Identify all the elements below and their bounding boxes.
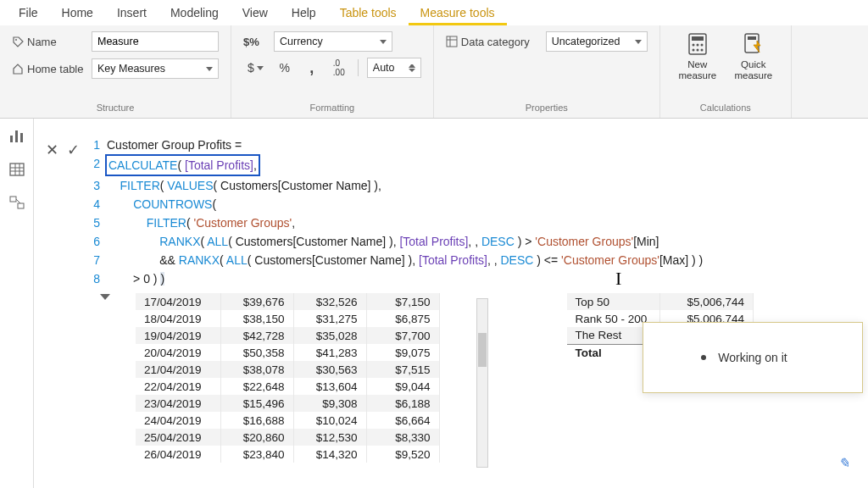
watermark-icon: ✎	[838, 455, 849, 471]
cell-date: 26/04/2019	[136, 446, 220, 463]
cell-value: $7,700	[366, 327, 439, 344]
table-row[interactable]: 21/04/2019$38,078$30,563$7,515	[136, 361, 439, 378]
cell-date: 20/04/2019	[136, 344, 220, 361]
data-category-value: Uncategorized	[552, 36, 620, 47]
new-measure-label: New measure	[678, 59, 716, 81]
table-row[interactable]: 17/04/2019$39,676$32,526$7,150	[136, 293, 439, 310]
scrollbar[interactable]	[476, 298, 488, 468]
cell-value: $5,006,744	[660, 293, 754, 310]
chevron-down-icon	[257, 66, 264, 70]
svg-point-9	[692, 49, 694, 52]
table-row[interactable]: 23/04/2019$15,496$9,308$6,188	[136, 395, 439, 412]
home-icon	[12, 63, 24, 75]
measure-name-input[interactable]	[92, 31, 219, 52]
left-data-table[interactable]: 17/04/2019$39,676$32,526$7,15018/04/2019…	[136, 293, 440, 463]
model-view-button[interactable]	[0, 186, 33, 220]
decimal-places-select[interactable]: Auto	[367, 58, 421, 78]
new-measure-button[interactable]: New measure	[672, 30, 723, 99]
table-row[interactable]: 22/04/2019$22,648$13,604$9,044	[136, 378, 439, 395]
currency-button[interactable]: $	[243, 58, 268, 78]
svg-line-24	[16, 199, 20, 203]
commit-formula-button[interactable]: ✓	[67, 141, 80, 159]
cell-value: $12,530	[293, 429, 366, 446]
chevron-down-icon	[206, 67, 213, 71]
svg-rect-5	[692, 36, 704, 41]
cell-value: $32,526	[293, 293, 366, 310]
cell-date: 23/04/2019	[136, 395, 220, 412]
quick-measure-label: Quick measure	[734, 59, 772, 81]
svg-point-11	[700, 49, 703, 52]
thousands-button[interactable]: ,	[302, 58, 322, 78]
percent-button[interactable]: %	[275, 58, 295, 78]
table-row[interactable]: Top 50$5,006,744	[567, 293, 754, 310]
view-rail	[0, 119, 34, 488]
home-table-label: Home table	[12, 63, 85, 75]
svg-rect-1	[447, 36, 457, 47]
cell-value: $38,150	[220, 310, 293, 327]
name-label: Name	[12, 36, 85, 48]
cell-value: $13,604	[293, 378, 366, 395]
format-select[interactable]: Currency	[274, 31, 392, 52]
cancel-formula-button[interactable]: ✕	[46, 141, 58, 159]
table-row[interactable]: 18/04/2019$38,150$31,275$6,875	[136, 310, 439, 327]
separator	[358, 59, 359, 76]
cell-value: $30,563	[293, 361, 366, 378]
table-row[interactable]: 20/04/2019$50,358$41,283$9,075	[136, 344, 439, 361]
chevron-up-icon	[409, 64, 415, 68]
cell-value: $23,840	[220, 446, 293, 463]
data-category-label: Data category	[446, 36, 539, 48]
svg-point-6	[692, 44, 694, 47]
svg-rect-14	[10, 136, 13, 142]
cell-value: $16,688	[220, 412, 293, 429]
cell-value: $9,075	[366, 344, 439, 361]
svg-point-0	[15, 39, 17, 41]
data-category-select[interactable]: Uncategorized	[546, 31, 648, 52]
tab-modeling[interactable]: Modeling	[159, 0, 231, 25]
decimal-places-value: Auto	[373, 62, 395, 74]
chevron-down-icon	[635, 40, 642, 44]
cell-value: $20,860	[220, 429, 293, 446]
home-table-select[interactable]: Key Measures	[92, 58, 219, 79]
cell-value: $8,330	[366, 429, 439, 446]
ribbon-tab-strip: File Home Insert Modeling View Help Tabl…	[0, 0, 868, 25]
formula-bar: ✕ ✓ 1Customer Group Profits = 2CALCULATE…	[41, 136, 868, 288]
quick-measure-icon	[742, 32, 765, 56]
cell-value: $9,044	[366, 378, 439, 395]
cell-value: $10,024	[293, 412, 366, 429]
cell-value: $42,728	[220, 327, 293, 344]
svg-point-10	[696, 49, 698, 52]
table-row[interactable]: 25/04/2019$20,860$12,530$8,330	[136, 429, 439, 446]
quick-measure-button[interactable]: Quick measure	[728, 30, 779, 99]
svg-rect-22	[10, 197, 16, 202]
tab-measure-tools[interactable]: Measure tools	[409, 0, 507, 25]
calculator-icon	[686, 32, 709, 56]
cell-date: 19/04/2019	[136, 327, 220, 344]
tab-help[interactable]: Help	[280, 0, 328, 25]
decrease-decimal-button[interactable]: .0.00	[329, 58, 349, 78]
cell-date: 21/04/2019	[136, 361, 220, 378]
dax-editor[interactable]: 1Customer Group Profits = 2CALCULATE( [T…	[92, 136, 868, 288]
tab-view[interactable]: View	[231, 0, 280, 25]
svg-point-8	[700, 44, 703, 47]
svg-rect-17	[10, 164, 24, 175]
tab-table-tools[interactable]: Table tools	[328, 0, 409, 25]
cell-value: $9,520	[366, 446, 439, 463]
tab-home[interactable]: Home	[50, 0, 105, 25]
table-row[interactable]: 26/04/2019$23,840$14,320$9,520	[136, 446, 439, 463]
data-view-button[interactable]	[0, 152, 33, 186]
home-table-value: Key Measures	[97, 63, 165, 75]
tab-insert[interactable]: Insert	[105, 0, 159, 25]
cell-value: $35,028	[293, 327, 366, 344]
group-label-calculations: Calculations	[672, 99, 779, 118]
cell-value: $39,676	[220, 293, 293, 310]
svg-rect-13	[748, 36, 756, 40]
group-label-formatting: Formatting	[243, 99, 421, 118]
cell-value: $41,283	[293, 344, 366, 361]
cell-value: $6,664	[366, 412, 439, 429]
table-row[interactable]: 24/04/2019$16,688$10,024$6,664	[136, 412, 439, 429]
cell-value: $7,515	[366, 361, 439, 378]
scroll-thumb[interactable]	[478, 333, 487, 367]
tab-file[interactable]: File	[7, 0, 50, 25]
report-view-button[interactable]	[0, 119, 33, 152]
table-row[interactable]: 19/04/2019$42,728$35,028$7,700	[136, 327, 439, 344]
